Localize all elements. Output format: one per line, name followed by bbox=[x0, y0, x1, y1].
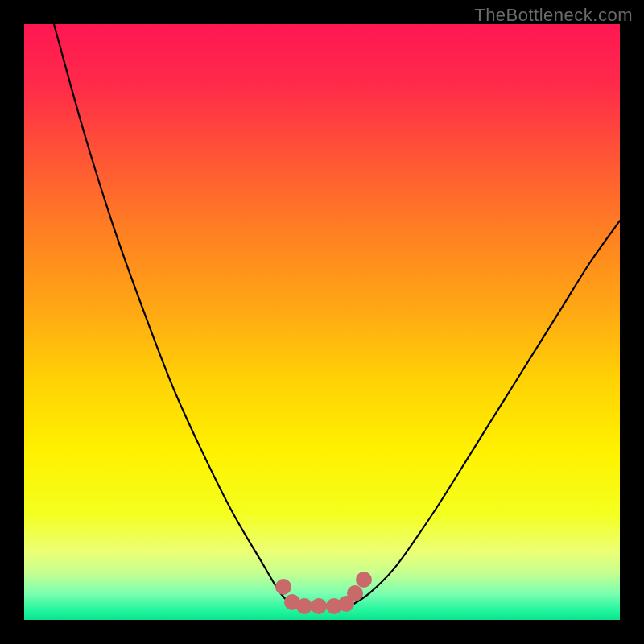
right-curve bbox=[352, 221, 620, 605]
left-curve bbox=[54, 24, 292, 605]
watermark-text: TheBottleneck.com bbox=[474, 5, 633, 26]
plot-area bbox=[24, 24, 620, 620]
chart-frame: TheBottleneck.com bbox=[0, 0, 644, 644]
curve-layer bbox=[24, 24, 620, 620]
